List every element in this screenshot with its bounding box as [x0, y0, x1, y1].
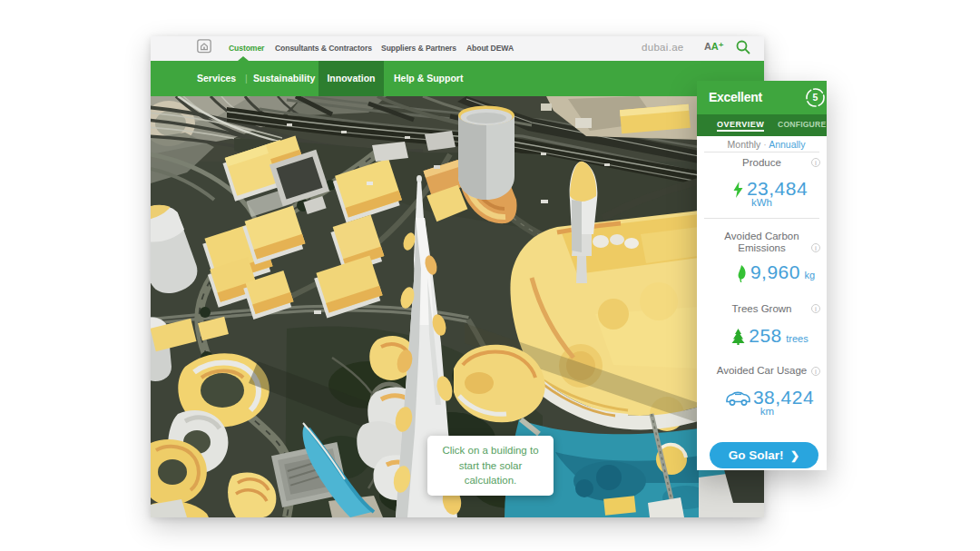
svg-text:5: 5 — [813, 92, 818, 103]
